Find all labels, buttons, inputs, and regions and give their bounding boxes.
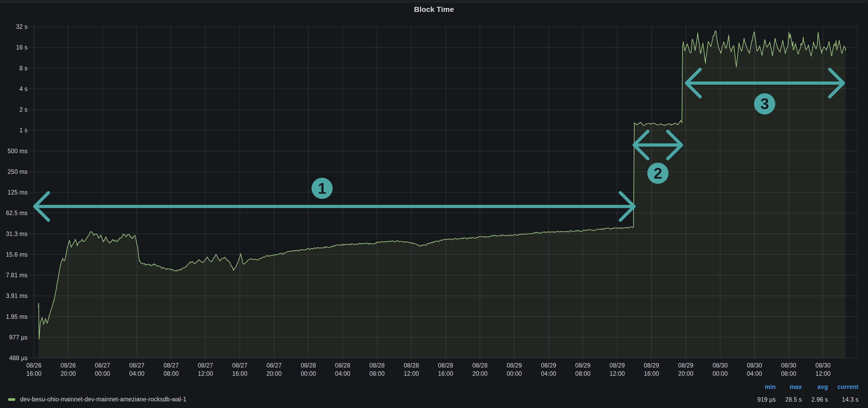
stat-header-max[interactable]: max <box>789 383 802 391</box>
stat-header-current[interactable]: current <box>838 383 859 391</box>
stat-value-avg: 2.96 s <box>811 395 828 404</box>
legend[interactable]: dev-besu-ohio-mainnet-dev-mainnet-amezia… <box>8 396 186 403</box>
chart-canvas[interactable]: 123 <box>0 0 868 408</box>
series-fill <box>38 31 846 358</box>
stat-header-min[interactable]: min <box>765 383 776 391</box>
stat-column-avg: avg 2.96 s <box>811 383 828 404</box>
legend-series-label[interactable]: dev-besu-ohio-mainnet-dev-mainnet-amezia… <box>20 396 186 403</box>
stat-value-min: 919 µs <box>757 395 776 404</box>
stat-column-current: current 14.3 s <box>838 383 859 404</box>
stat-value-current: 14.3 s <box>842 395 859 404</box>
stat-value-max: 28.5 s <box>785 395 802 404</box>
legend-series-swatch-icon[interactable] <box>8 398 16 401</box>
annotation-number-3: 3 <box>761 95 769 112</box>
annotation-number-1: 1 <box>318 180 326 197</box>
annotation-arrow-1: 1 <box>35 178 634 220</box>
stat-column-max: max 28.5 s <box>785 383 802 404</box>
stat-column-min: min 919 µs <box>757 383 776 404</box>
grafana-panel: Block Time 123 32 s16 s8 s4 s2 s1 s500 m… <box>0 0 868 408</box>
legend-stats-table: min 919 µs max 28.5 s avg 2.96 s current… <box>757 383 859 404</box>
stat-header-avg[interactable]: avg <box>817 383 828 391</box>
annotation-number-2: 2 <box>653 165 662 182</box>
